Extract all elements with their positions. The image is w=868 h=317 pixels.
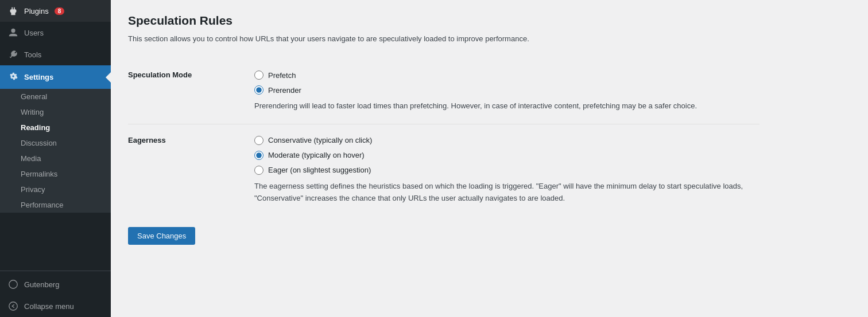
speculation-mode-label: Speculation Mode [128, 59, 254, 124]
svg-point-1 [9, 302, 17, 310]
sidebar-item-tools[interactable]: Tools [0, 44, 111, 65]
moderate-label[interactable]: Moderate (typically on hover) [268, 151, 365, 159]
main-content: Speculation Rules This section allows yo… [111, 0, 868, 317]
moderate-radio[interactable] [254, 151, 264, 160]
eager-label[interactable]: Eager (on slightest suggestion) [268, 166, 371, 174]
save-button[interactable]: Save Changes [128, 227, 195, 245]
sidebar-item-gutenberg[interactable]: Gutenberg [0, 273, 111, 295]
users-label: Users [24, 29, 44, 37]
sidebar-item-performance[interactable]: Performance [0, 197, 111, 213]
speculation-mode-row: Speculation Mode Prefetch Prerender Prer… [128, 59, 760, 124]
svg-point-0 [9, 280, 17, 288]
sidebar-item-general[interactable]: General [0, 89, 111, 104]
conservative-label[interactable]: Conservative (typically on click) [268, 136, 372, 144]
prerender-option[interactable]: Prerender [254, 85, 760, 95]
sidebar-item-plugins[interactable]: Plugins 8 [0, 0, 111, 22]
eagerness-label: Eagerness [128, 124, 254, 216]
sidebar: Plugins 8 Users Tools Settings General W… [0, 0, 111, 317]
tools-icon [8, 49, 18, 60]
prefetch-label[interactable]: Prefetch [268, 71, 296, 80]
settings-active-indicator [106, 72, 111, 83]
conservative-radio[interactable] [254, 136, 264, 145]
eagerness-row: Eagerness Conservative (typically on cli… [128, 124, 760, 216]
speculation-mode-options: Prefetch Prerender Prerendering will lea… [254, 59, 760, 124]
sidebar-bottom: Gutenberg Collapse menu [0, 271, 111, 317]
sidebar-item-discussion[interactable]: Discussion [0, 135, 111, 151]
eager-option[interactable]: Eager (on slightest suggestion) [254, 166, 760, 175]
speculation-mode-description: Prerendering will lead to faster load ti… [254, 100, 748, 112]
collapse-label: Collapse menu [24, 302, 74, 311]
prerender-label[interactable]: Prerender [268, 86, 301, 95]
sidebar-item-collapse[interactable]: Collapse menu [0, 295, 111, 317]
settings-form: Speculation Mode Prefetch Prerender Prer… [128, 59, 760, 216]
section-description: This section allows you to control how U… [128, 34, 645, 43]
sidebar-item-permalinks[interactable]: Permalinks [0, 166, 111, 182]
settings-group: Settings General Writing Reading Discuss… [0, 65, 111, 213]
settings-icon [8, 71, 18, 83]
conservative-option[interactable]: Conservative (typically on click) [254, 136, 760, 145]
tools-label: Tools [24, 50, 41, 59]
sidebar-item-settings[interactable]: Settings [0, 65, 111, 89]
sidebar-item-reading[interactable]: Reading [0, 120, 111, 135]
users-icon [8, 28, 18, 38]
settings-sub-menu: General Writing Reading Discussion Media… [0, 89, 111, 213]
moderate-option[interactable]: Moderate (typically on hover) [254, 151, 760, 160]
eagerness-description: The eagerness setting defines the heuris… [254, 181, 748, 205]
plugins-icon [8, 6, 18, 16]
prefetch-option[interactable]: Prefetch [254, 71, 760, 80]
eagerness-options: Conservative (typically on click) Modera… [254, 124, 760, 216]
gutenberg-label: Gutenberg [24, 280, 59, 289]
prerender-radio[interactable] [254, 85, 264, 95]
plugins-label: Plugins [24, 7, 49, 15]
sidebar-item-privacy[interactable]: Privacy [0, 182, 111, 197]
sidebar-item-writing[interactable]: Writing [0, 104, 111, 120]
eager-radio[interactable] [254, 166, 264, 175]
prefetch-radio[interactable] [254, 71, 264, 80]
plugins-badge: 8 [55, 7, 65, 15]
sidebar-item-users[interactable]: Users [0, 22, 111, 44]
collapse-icon [8, 301, 18, 311]
sidebar-item-media[interactable]: Media [0, 151, 111, 166]
settings-label: Settings [24, 73, 53, 81]
gutenberg-icon [8, 279, 18, 289]
page-title: Speculation Rules [128, 14, 851, 28]
